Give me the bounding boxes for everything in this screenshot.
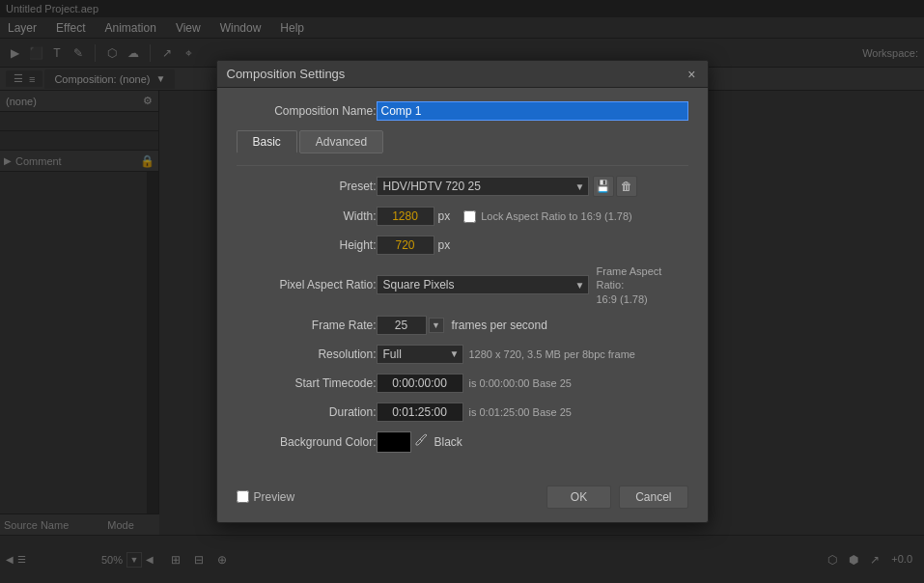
frame-rate-input[interactable] <box>377 316 427 335</box>
footer-buttons: OK Cancel <box>546 486 688 509</box>
frame-rate-label: Frame Rate: <box>237 319 377 332</box>
resolution-row: Resolution: Full ▼ 1280 x 720, 3.5 MB pe… <box>237 345 688 364</box>
preset-delete-button[interactable]: 🗑 <box>616 176 637 197</box>
width-label: Width: <box>237 209 377 223</box>
dialog-close-button[interactable]: × <box>686 67 697 82</box>
dialog-body: Composition Name: Basic Advanced Preset:… <box>217 88 708 476</box>
comp-name-row: Composition Name: <box>237 101 688 121</box>
bg-color-swatch[interactable] <box>377 431 411 453</box>
frame-aspect-label: Frame Aspect Ratio: <box>597 264 688 292</box>
preset-row: Preset: HDV/HDTV 720 25 ▼ 💾 🗑 <box>237 176 688 197</box>
preset-save-button[interactable]: 💾 <box>593 176 614 197</box>
lock-aspect-row: Lock Aspect Ratio to 16:9 (1.78) <box>463 210 632 223</box>
preset-select-wrap: HDV/HDTV 720 25 ▼ <box>377 177 589 196</box>
pixel-aspect-select-wrap: Square Pixels ▼ <box>377 275 589 294</box>
bg-color-label: Background Color: <box>237 435 377 449</box>
height-unit: px <box>438 238 451 252</box>
eyedropper-button[interactable] <box>411 432 431 451</box>
start-timecode-row: Start Timecode: is 0:00:00:00 Base 25 <box>237 374 688 393</box>
resolution-info: 1280 x 720, 3.5 MB per 8bpc frame <box>469 348 635 360</box>
start-timecode-info: is 0:00:00:00 Base 25 <box>469 377 572 389</box>
height-row: Height: 720 px <box>237 236 688 255</box>
bg-color-row: Background Color: Black <box>237 431 688 453</box>
lock-aspect-label: Lock Aspect Ratio to 16:9 (1.78) <box>481 210 632 222</box>
tab-basic[interactable]: Basic <box>237 130 297 153</box>
ok-button[interactable]: OK <box>546 486 611 509</box>
comp-name-label: Composition Name: <box>237 104 377 118</box>
dialog-overlay: Composition Settings × Composition Name:… <box>0 0 924 583</box>
composition-settings-dialog: Composition Settings × Composition Name:… <box>216 60 709 523</box>
dialog-footer: Preview OK Cancel <box>217 476 708 522</box>
start-timecode-label: Start Timecode: <box>237 376 377 390</box>
duration-input[interactable] <box>377 403 463 422</box>
duration-row: Duration: is 0:01:25:00 Base 25 <box>237 403 688 422</box>
preview-label: Preview <box>254 490 295 504</box>
preset-label: Preset: <box>237 180 377 193</box>
resolution-select-wrap: Full ▼ <box>377 345 463 364</box>
frame-aspect-value: 16:9 (1.78) <box>597 292 688 306</box>
pixel-aspect-select[interactable]: Square Pixels <box>377 275 589 294</box>
separator <box>237 165 688 166</box>
pixel-aspect-label: Pixel Aspect Ratio: <box>237 278 377 292</box>
height-input[interactable]: 720 <box>377 236 434 255</box>
bg-color-name: Black <box>434 435 462 449</box>
preview-checkbox[interactable] <box>237 490 249 503</box>
pixel-aspect-row: Pixel Aspect Ratio: Square Pixels ▼ Fram… <box>237 264 688 306</box>
frame-aspect-box: Frame Aspect Ratio: 16:9 (1.78) <box>597 264 688 306</box>
height-label: Height: <box>237 238 377 252</box>
lock-aspect-checkbox[interactable] <box>463 210 476 223</box>
duration-info: is 0:01:25:00 Base 25 <box>469 406 572 418</box>
cancel-button[interactable]: Cancel <box>619 486 687 509</box>
dialog-title-bar: Composition Settings × <box>217 61 708 88</box>
start-timecode-input[interactable] <box>377 374 463 393</box>
dialog-tabs: Basic Advanced <box>237 130 688 153</box>
resolution-select[interactable]: Full <box>377 345 463 364</box>
duration-label: Duration: <box>237 405 377 419</box>
width-row: Width: 1280 px Lock Aspect Ratio to 16:9… <box>237 207 688 226</box>
comp-name-input[interactable] <box>377 101 688 121</box>
tab-advanced[interactable]: Advanced <box>299 130 383 153</box>
preset-select[interactable]: HDV/HDTV 720 25 <box>377 177 589 196</box>
frames-per-second-label: frames per second <box>452 319 547 332</box>
width-input[interactable]: 1280 <box>377 207 434 226</box>
resolution-label: Resolution: <box>237 347 377 361</box>
frame-rate-dropdown[interactable]: ▼ <box>429 318 444 333</box>
preview-check-row: Preview <box>237 490 295 504</box>
frame-rate-row: Frame Rate: ▼ frames per second <box>237 316 688 335</box>
dialog-title: Composition Settings <box>227 67 346 81</box>
width-unit: px <box>438 209 451 223</box>
